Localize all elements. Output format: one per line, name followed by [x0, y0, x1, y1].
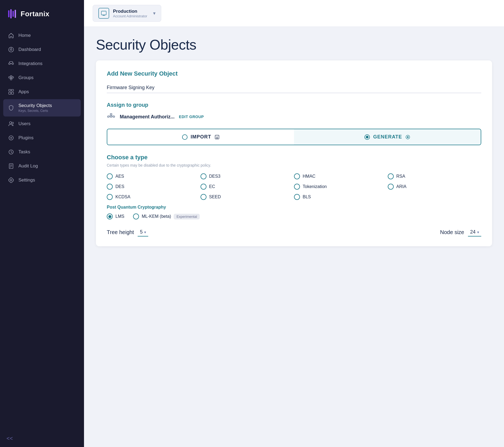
sidebar-item-plugins-label: Plugins	[18, 135, 34, 141]
type-radio-kcdsa	[107, 194, 113, 200]
svg-rect-17	[11, 89, 14, 91]
type-label-lms: LMS	[115, 214, 124, 219]
svg-rect-12	[10, 79, 12, 80]
type-label-rsa: RSA	[396, 174, 405, 179]
object-name-input[interactable]	[107, 83, 481, 93]
security-objects-icon	[8, 105, 14, 111]
home-icon	[8, 33, 14, 38]
page-title: Security Objects	[96, 37, 492, 53]
apps-icon	[8, 89, 14, 95]
account-name: Production	[113, 9, 147, 14]
group-name: Management Authoriz...	[120, 114, 175, 120]
type-label-aria: ARIA	[396, 184, 406, 189]
type-option-bls[interactable]: BLS	[294, 194, 388, 200]
choose-type-title: Choose a type	[107, 154, 481, 161]
svg-rect-2	[12, 11, 14, 17]
sidebar-item-audit-log-label: Audit Log	[18, 163, 38, 169]
account-icon	[98, 8, 109, 19]
sidebar: Fortanix Home Dashboard Integrations	[0, 0, 84, 447]
account-info: Production Account Administrator	[113, 9, 147, 18]
account-selector[interactable]: Production Account Administrator ▾	[93, 5, 161, 22]
type-radio-seed	[201, 194, 206, 200]
svg-rect-11	[12, 77, 14, 78]
svg-rect-3	[15, 10, 16, 18]
node-size-chevron-icon: ▾	[477, 230, 479, 234]
type-label-hmac: HMAC	[303, 174, 315, 179]
generate-icon	[405, 135, 410, 140]
node-size-select[interactable]: 24 ▾	[468, 228, 481, 237]
type-option-tokenization[interactable]: Tokenization	[294, 184, 388, 190]
tree-height-select[interactable]: 5 ▾	[138, 228, 148, 237]
type-option-hmac[interactable]: HMAC	[294, 173, 388, 179]
sidebar-item-dashboard[interactable]: Dashboard	[3, 43, 81, 56]
sidebar-item-apps[interactable]: Apps	[3, 85, 81, 99]
svg-point-7	[9, 63, 10, 64]
type-option-des[interactable]: DES	[107, 184, 201, 190]
type-option-rsa[interactable]: RSA	[388, 173, 482, 179]
import-button[interactable]: IMPORT	[107, 129, 294, 145]
fortanix-logo-text: Fortanix	[21, 10, 50, 18]
plugins-icon	[8, 135, 14, 141]
sidebar-item-security-objects[interactable]: Security Objects Keys, Secrets, Certs	[3, 99, 81, 116]
choose-type-subtitle: Certain types may be disabled due to the…	[107, 163, 481, 167]
groups-icon	[8, 75, 14, 81]
sidebar-item-audit-log[interactable]: Audit Log	[3, 159, 81, 173]
svg-point-40	[407, 136, 409, 138]
sidebar-item-groups[interactable]: Groups	[3, 71, 81, 85]
svg-rect-34	[110, 116, 112, 117]
generate-button[interactable]: GENERATE	[294, 129, 481, 145]
svg-rect-32	[110, 114, 112, 115]
node-size-value: 24	[470, 229, 476, 235]
type-radio-lms	[107, 213, 113, 219]
type-label-aes: AES	[115, 174, 124, 179]
svg-point-5	[10, 49, 12, 50]
add-security-object-title: Add New Security Object	[107, 70, 481, 77]
svg-point-20	[9, 122, 12, 124]
import-radio	[182, 134, 188, 140]
type-radio-ml-kem	[133, 213, 139, 219]
type-label-tokenization: Tokenization	[303, 184, 327, 189]
type-label-ec: EC	[209, 184, 215, 189]
type-option-aes[interactable]: AES	[107, 173, 201, 179]
sidebar-item-plugins[interactable]: Plugins	[3, 131, 81, 145]
type-label-seed: SEED	[209, 195, 221, 199]
type-option-aria[interactable]: ARIA	[388, 184, 482, 190]
type-radio-aes	[107, 173, 113, 179]
svg-rect-0	[8, 10, 9, 17]
type-label-kcdsa: KCDSA	[115, 195, 130, 199]
type-option-ml-kem[interactable]: ML-KEM (beta) Experimental	[133, 213, 200, 219]
type-options-grid: AES DES3 HMAC RSA DES	[107, 173, 481, 200]
sidebar-item-tasks[interactable]: Tasks	[3, 145, 81, 159]
topbar: Production Account Administrator ▾	[84, 0, 504, 27]
account-chevron-icon: ▾	[153, 10, 156, 16]
sidebar-collapse-button[interactable]: <<	[0, 430, 84, 447]
type-option-seed[interactable]: SEED	[201, 194, 294, 200]
account-role: Account Administrator	[113, 14, 147, 18]
sidebar-nav: Home Dashboard Integrations Groups	[0, 29, 84, 430]
svg-rect-29	[101, 11, 106, 15]
add-security-object-card: Add New Security Object Assign to group …	[96, 60, 492, 246]
sidebar-item-integrations[interactable]: Integrations	[3, 57, 81, 70]
sidebar-item-home[interactable]: Home	[3, 29, 81, 42]
group-structure-icon	[107, 112, 115, 121]
svg-rect-33	[108, 116, 109, 117]
generate-label: GENERATE	[373, 134, 402, 140]
tree-height-value: 5	[140, 229, 143, 235]
sidebar-item-apps-label: Apps	[18, 89, 29, 95]
type-option-ec[interactable]: EC	[201, 184, 294, 190]
svg-point-8	[12, 63, 14, 64]
sidebar-item-users[interactable]: Users	[3, 117, 81, 131]
type-option-lms[interactable]: LMS	[107, 213, 124, 219]
svg-point-21	[12, 122, 14, 124]
type-radio-aria	[388, 184, 394, 190]
sidebar-item-settings[interactable]: Settings	[3, 173, 81, 187]
type-option-des3[interactable]: DES3	[201, 173, 294, 179]
type-option-kcdsa[interactable]: KCDSA	[107, 194, 201, 200]
svg-rect-16	[9, 89, 11, 91]
generate-radio-inner	[366, 136, 369, 138]
sidebar-item-security-objects-label: Security Objects	[18, 103, 52, 108]
group-row: Management Authoriz... EDIT GROUP	[107, 112, 481, 121]
type-radio-lms-inner	[108, 215, 111, 218]
svg-rect-35	[113, 116, 115, 117]
edit-group-button[interactable]: EDIT GROUP	[179, 115, 204, 119]
